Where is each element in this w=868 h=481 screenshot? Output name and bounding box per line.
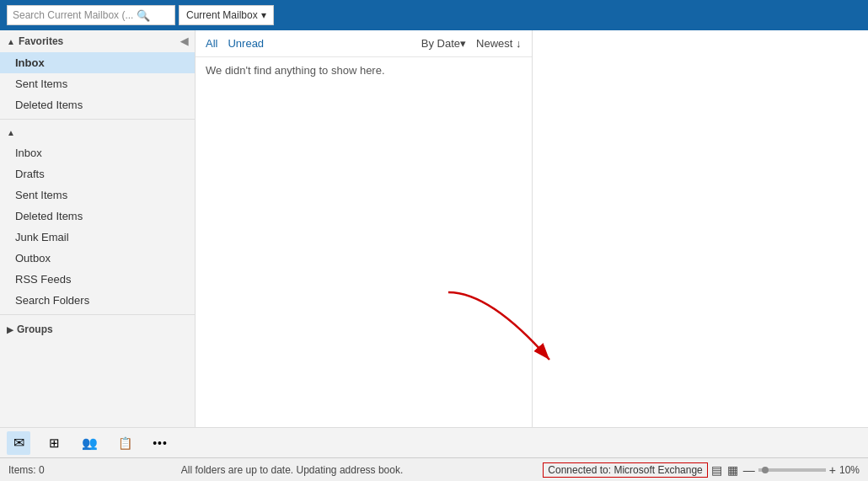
sidebar-divider-1 [0, 119, 195, 120]
calendar-icon: ⊞ [49, 436, 60, 451]
mailbox-section-arrow: ▲ [7, 128, 15, 137]
sidebar-item-label: Inbox [15, 56, 45, 69]
people-icon: 👥 [82, 436, 98, 451]
sidebar-item-label: Junk Email [15, 231, 69, 243]
sidebar-item-label: Search Folders [15, 294, 89, 307]
content-wrapper: All Unread By Date▾ Newest ↓ We didn't f… [196, 30, 868, 427]
nav-tasks-button[interactable]: 📋 [113, 431, 137, 455]
mailbox-section-header[interactable]: ▲ [0, 123, 195, 142]
mailbox-label: Current Mailbox [186, 9, 258, 21]
sidebar-item-sent[interactable]: Sent Items [0, 184, 195, 206]
bydate-arrow: ▾ [460, 37, 466, 50]
zoom-plus-button[interactable]: + [829, 463, 836, 477]
nav-calendar-button[interactable]: ⊞ [42, 431, 66, 455]
status-bar: Items: 0 All folders are up to date. Upd… [0, 457, 868, 481]
sidebar-item-label: Deleted Items [15, 99, 83, 111]
favorites-label: Favorites [19, 35, 63, 47]
sidebar-item-rss[interactable]: RSS Feeds [0, 269, 195, 290]
sidebar-item-favorites-deleted[interactable]: Deleted Items [0, 94, 195, 115]
nav-mail-button[interactable]: ✉ [7, 431, 30, 455]
sidebar-item-favorites-inbox[interactable]: Inbox [0, 52, 195, 73]
zoom-level-label: 10% [839, 464, 860, 476]
view-icon-1[interactable]: ▤ [711, 463, 722, 477]
search-box[interactable]: Search Current Mailbox (... 🔍 [7, 5, 175, 25]
favorites-section-header[interactable]: ▲ Favorites ◀ [0, 30, 195, 52]
filter-bar: All Unread By Date▾ Newest ↓ [196, 30, 532, 57]
view-icon-2[interactable]: ▦ [727, 463, 738, 477]
reading-pane [533, 30, 869, 427]
status-items-label: Items: 0 [8, 464, 45, 476]
sidebar-item-label: Drafts [15, 168, 45, 180]
status-view-icons: ▤ ▦ [711, 463, 738, 477]
more-icon: ••• [153, 436, 168, 450]
groups-label: Groups [17, 323, 53, 335]
content-pane: All Unread By Date▾ Newest ↓ We didn't f… [196, 30, 533, 427]
sidebar-item-inbox[interactable]: Inbox [0, 142, 195, 163]
filter-all[interactable]: All [206, 37, 217, 50]
sidebar-item-outbox[interactable]: Outbox [0, 248, 195, 269]
filter-newest[interactable]: Newest ↓ [476, 37, 521, 50]
sidebar-item-label: Sent Items [15, 77, 67, 90]
top-bar: Search Current Mailbox (... 🔍 Current Ma… [0, 0, 868, 30]
filter-bydate[interactable]: By Date▾ [421, 37, 466, 50]
favorites-expand-arrow: ▲ [7, 37, 15, 46]
mail-icon: ✉ [13, 435, 24, 451]
groups-section-header[interactable]: ▶ Groups [0, 318, 195, 340]
sidebar: ▲ Favorites ◀ Inbox Sent Items Deleted I… [0, 30, 196, 427]
search-icon[interactable]: 🔍 [137, 9, 150, 22]
zoom-minus-button[interactable]: — [743, 463, 755, 477]
sidebar-divider-2 [0, 314, 195, 315]
sidebar-item-label: Sent Items [15, 189, 67, 201]
zoom-controls: — + 10% [743, 463, 860, 477]
sidebar-item-search-folders[interactable]: Search Folders [0, 290, 195, 311]
main-area: ▲ Favorites ◀ Inbox Sent Items Deleted I… [0, 30, 868, 427]
sidebar-item-favorites-sent[interactable]: Sent Items [0, 73, 195, 94]
sidebar-item-label: Outbox [15, 252, 51, 265]
status-right-area: ▤ ▦ — + 10% [711, 463, 860, 477]
newest-arrow: ↓ [516, 37, 522, 50]
bottom-nav: ✉ ⊞ 👥 📋 ••• [0, 427, 868, 457]
tasks-icon: 📋 [118, 436, 132, 450]
mailbox-dropdown[interactable]: Current Mailbox ▾ [179, 5, 274, 25]
sidebar-item-label: Inbox [15, 147, 42, 159]
filter-unread[interactable]: Unread [228, 37, 264, 50]
groups-expand-arrow: ▶ [7, 325, 13, 334]
sidebar-item-junk[interactable]: Junk Email [0, 227, 195, 248]
zoom-slider[interactable] [758, 468, 826, 472]
sidebar-item-drafts[interactable]: Drafts [0, 163, 195, 184]
nav-people-button[interactable]: 👥 [78, 431, 101, 455]
sidebar-collapse-button[interactable]: ◀ [180, 35, 188, 47]
nav-more-button[interactable]: ••• [148, 431, 172, 455]
sidebar-item-label: RSS Feeds [15, 273, 71, 286]
empty-message: We didn't find anything to show here. [196, 57, 532, 83]
status-connected-label: Connected to: Microsoft Exchange [543, 462, 707, 478]
mailbox-dropdown-arrow: ▾ [261, 9, 266, 21]
status-center-message: All folders are up to date. Updating add… [45, 464, 540, 476]
search-placeholder: Search Current Mailbox (... [13, 9, 133, 21]
sidebar-item-deleted[interactable]: Deleted Items [0, 206, 195, 227]
sidebar-item-label: Deleted Items [15, 210, 83, 222]
